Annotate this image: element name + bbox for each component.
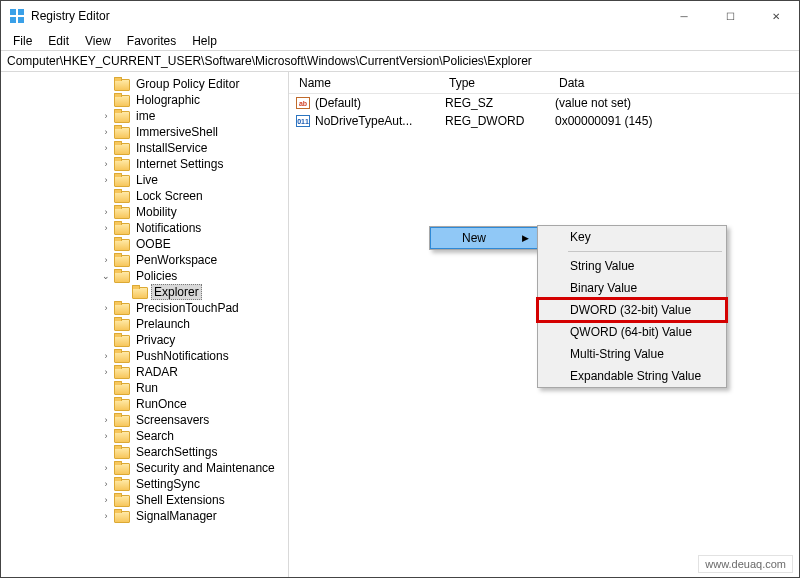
tree-item[interactable]: Run: [1, 380, 288, 396]
caret-closed-icon[interactable]: ›: [99, 173, 113, 187]
column-type[interactable]: Type: [445, 76, 555, 90]
caret-closed-icon[interactable]: ›: [99, 125, 113, 139]
vertical-splitter[interactable]: [284, 72, 288, 577]
tree-item[interactable]: Holographic: [1, 92, 288, 108]
folder-icon: [114, 77, 130, 91]
list-header[interactable]: Name Type Data: [289, 72, 799, 94]
tree-item[interactable]: ›ime: [1, 108, 288, 124]
value-type: REG_SZ: [445, 96, 555, 110]
tree-item[interactable]: ›Screensavers: [1, 412, 288, 428]
tree-item[interactable]: ›PenWorkspace: [1, 252, 288, 268]
column-name[interactable]: Name: [295, 76, 445, 90]
tree-item[interactable]: Prelaunch: [1, 316, 288, 332]
tree-item[interactable]: ›Internet Settings: [1, 156, 288, 172]
caret-closed-icon[interactable]: ›: [99, 301, 113, 315]
tree-item-label: OOBE: [133, 237, 174, 251]
caret-closed-icon[interactable]: ›: [99, 141, 113, 155]
caret-closed-icon[interactable]: ›: [99, 365, 113, 379]
caret-closed-icon[interactable]: ›: [99, 461, 113, 475]
menubar: File Edit View Favorites Help: [1, 31, 799, 50]
caret-none: [99, 77, 113, 91]
submenu-item[interactable]: Binary Value: [538, 277, 726, 299]
tree-item[interactable]: ›SignalManager: [1, 508, 288, 524]
menu-help[interactable]: Help: [184, 32, 225, 50]
caret-closed-icon[interactable]: ›: [99, 349, 113, 363]
tree-item[interactable]: RunOnce: [1, 396, 288, 412]
tree-item[interactable]: Lock Screen: [1, 188, 288, 204]
tree-item[interactable]: ›ImmersiveShell: [1, 124, 288, 140]
submenu-item[interactable]: QWORD (64-bit) Value: [538, 321, 726, 343]
caret-none: [99, 333, 113, 347]
tree-item[interactable]: ›Search: [1, 428, 288, 444]
menu-edit[interactable]: Edit: [40, 32, 77, 50]
reg-dword-icon: 011: [295, 114, 311, 128]
tree-item-label: PenWorkspace: [133, 253, 220, 267]
submenu-item[interactable]: String Value: [538, 255, 726, 277]
folder-icon: [114, 317, 130, 331]
reg-sz-icon: ab: [295, 96, 311, 110]
tree-pane[interactable]: Group Policy EditorHolographic›ime›Immer…: [1, 72, 289, 577]
caret-closed-icon[interactable]: ›: [99, 429, 113, 443]
tree-item-label: Policies: [133, 269, 180, 283]
tree-item-label: SettingSync: [133, 477, 203, 491]
value-list-pane[interactable]: Name Type Data ab(Default)REG_SZ(value n…: [289, 72, 799, 577]
tree-item[interactable]: ›Mobility: [1, 204, 288, 220]
tree-item[interactable]: ›Live: [1, 172, 288, 188]
context-menu: New ▶ KeyString ValueBinary ValueDWORD (…: [429, 226, 539, 250]
folder-icon: [114, 173, 130, 187]
value-data: (value not set): [555, 96, 799, 110]
folder-icon: [114, 493, 130, 507]
list-row[interactable]: ab(Default)REG_SZ(value not set): [289, 94, 799, 112]
folder-icon: [114, 125, 130, 139]
caret-none: [99, 93, 113, 107]
address-bar[interactable]: Computer\HKEY_CURRENT_USER\Software\Micr…: [1, 50, 799, 72]
tree-item[interactable]: ›Notifications: [1, 220, 288, 236]
caret-closed-icon[interactable]: ›: [99, 109, 113, 123]
caret-open-icon[interactable]: ⌄: [99, 269, 113, 283]
caret-closed-icon[interactable]: ›: [99, 157, 113, 171]
chevron-right-icon: ▶: [522, 233, 529, 243]
caret-closed-icon[interactable]: ›: [99, 413, 113, 427]
submenu-item[interactable]: Multi-String Value: [538, 343, 726, 365]
app-icon: [9, 8, 25, 24]
submenu-item[interactable]: Expandable String Value: [538, 365, 726, 387]
tree-item[interactable]: ›Security and Maintenance: [1, 460, 288, 476]
caret-closed-icon[interactable]: ›: [99, 253, 113, 267]
tree-item[interactable]: OOBE: [1, 236, 288, 252]
folder-icon: [114, 445, 130, 459]
tree-item[interactable]: ›PushNotifications: [1, 348, 288, 364]
tree-item[interactable]: ›RADAR: [1, 364, 288, 380]
tree-item[interactable]: SearchSettings: [1, 444, 288, 460]
column-data[interactable]: Data: [555, 76, 799, 90]
folder-icon: [114, 509, 130, 523]
caret-closed-icon[interactable]: ›: [99, 477, 113, 491]
submenu-item[interactable]: Key: [538, 226, 726, 248]
caret-none: [99, 237, 113, 251]
tree-item[interactable]: ›InstallService: [1, 140, 288, 156]
tree-item[interactable]: ›SettingSync: [1, 476, 288, 492]
folder-icon: [114, 333, 130, 347]
context-menu-new[interactable]: New ▶ KeyString ValueBinary ValueDWORD (…: [430, 227, 538, 249]
menu-view[interactable]: View: [77, 32, 119, 50]
tree-item[interactable]: Group Policy Editor: [1, 76, 288, 92]
tree-item[interactable]: ⌄Policies: [1, 268, 288, 284]
close-button[interactable]: ✕: [753, 1, 799, 31]
caret-closed-icon[interactable]: ›: [99, 205, 113, 219]
menu-file[interactable]: File: [5, 32, 40, 50]
tree-item[interactable]: ›PrecisionTouchPad: [1, 300, 288, 316]
caret-closed-icon[interactable]: ›: [99, 221, 113, 235]
folder-icon: [114, 413, 130, 427]
tree-item[interactable]: Privacy: [1, 332, 288, 348]
caret-closed-icon[interactable]: ›: [99, 493, 113, 507]
caret-closed-icon[interactable]: ›: [99, 509, 113, 523]
tree-item[interactable]: ›Shell Extensions: [1, 492, 288, 508]
menu-favorites[interactable]: Favorites: [119, 32, 184, 50]
list-row[interactable]: 011NoDriveTypeAut...REG_DWORD0x00000091 …: [289, 112, 799, 130]
tree-item-label: Security and Maintenance: [133, 461, 278, 475]
minimize-button[interactable]: ─: [661, 1, 707, 31]
tree-item-label: ImmersiveShell: [133, 125, 221, 139]
maximize-button[interactable]: ☐: [707, 1, 753, 31]
tree-item[interactable]: Explorer: [1, 284, 288, 300]
submenu-item[interactable]: DWORD (32-bit) Value: [538, 299, 726, 321]
folder-icon: [114, 221, 130, 235]
